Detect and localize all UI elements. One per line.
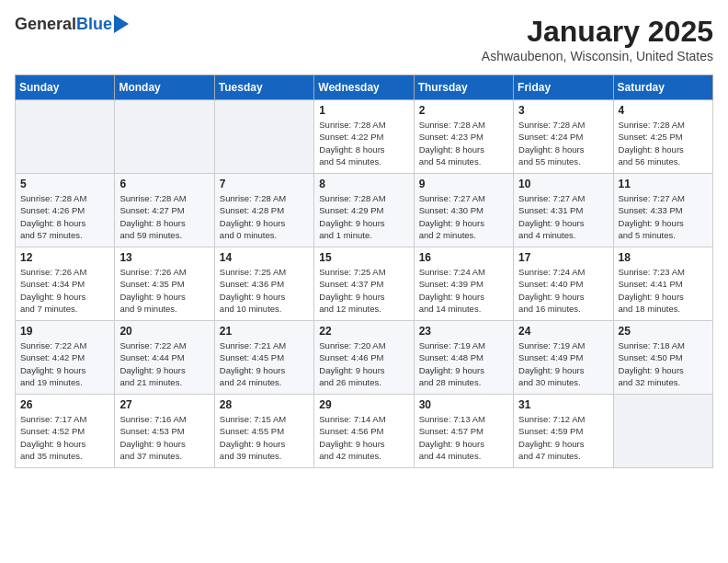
- day-info: Sunrise: 7:28 AM Sunset: 4:22 PM Dayligh…: [319, 119, 408, 167]
- day-number: 8: [319, 178, 408, 190]
- day-info: Sunrise: 7:25 AM Sunset: 4:37 PM Dayligh…: [319, 266, 408, 315]
- day-number: 25: [619, 325, 708, 338]
- day-info: Sunrise: 7:28 AM Sunset: 4:27 PM Dayligh…: [119, 192, 209, 241]
- calendar-table: SundayMondayTuesdayWednesdayThursdayFrid…: [15, 75, 713, 468]
- calendar-week-row: 19Sunrise: 7:22 AM Sunset: 4:42 PM Dayli…: [16, 321, 713, 395]
- day-of-week-header: Saturday: [613, 75, 712, 100]
- calendar-day-cell: 29Sunrise: 7:14 AM Sunset: 4:56 PM Dayli…: [314, 395, 414, 468]
- day-of-week-header: Monday: [115, 75, 214, 100]
- day-info: Sunrise: 7:28 AM Sunset: 4:29 PM Dayligh…: [319, 192, 408, 241]
- day-number: 20: [119, 325, 209, 338]
- calendar-day-cell: 31Sunrise: 7:12 AM Sunset: 4:59 PM Dayli…: [514, 395, 613, 468]
- calendar-week-row: 26Sunrise: 7:17 AM Sunset: 4:52 PM Dayli…: [16, 395, 713, 468]
- month-title: January 2025: [482, 15, 713, 49]
- day-number: 7: [220, 178, 309, 190]
- day-info: Sunrise: 7:12 AM Sunset: 4:59 PM Dayligh…: [518, 413, 608, 462]
- day-number: 3: [518, 104, 608, 117]
- calendar-day-cell: 22Sunrise: 7:20 AM Sunset: 4:46 PM Dayli…: [314, 321, 414, 395]
- calendar-day-cell: 2Sunrise: 7:28 AM Sunset: 4:23 PM Daylig…: [414, 100, 513, 174]
- calendar-day-cell: 27Sunrise: 7:16 AM Sunset: 4:53 PM Dayli…: [115, 395, 214, 468]
- calendar-week-row: 12Sunrise: 7:26 AM Sunset: 4:34 PM Dayli…: [16, 247, 713, 321]
- day-info: Sunrise: 7:25 AM Sunset: 4:36 PM Dayligh…: [220, 266, 309, 315]
- day-info: Sunrise: 7:14 AM Sunset: 4:56 PM Dayligh…: [319, 413, 408, 462]
- calendar-day-cell: 9Sunrise: 7:27 AM Sunset: 4:30 PM Daylig…: [414, 174, 513, 247]
- calendar-day-cell: 5Sunrise: 7:28 AM Sunset: 4:26 PM Daylig…: [16, 174, 115, 247]
- day-info: Sunrise: 7:28 AM Sunset: 4:25 PM Dayligh…: [619, 119, 708, 167]
- day-info: Sunrise: 7:28 AM Sunset: 4:23 PM Dayligh…: [419, 119, 508, 167]
- day-info: Sunrise: 7:16 AM Sunset: 4:53 PM Dayligh…: [119, 413, 209, 462]
- logo-arrow-icon: [114, 15, 129, 33]
- calendar-day-cell: 11Sunrise: 7:27 AM Sunset: 4:33 PM Dayli…: [613, 174, 712, 247]
- day-info: Sunrise: 7:26 AM Sunset: 4:34 PM Dayligh…: [20, 266, 109, 315]
- calendar-day-cell: 8Sunrise: 7:28 AM Sunset: 4:29 PM Daylig…: [314, 174, 414, 247]
- calendar-body: 1Sunrise: 7:28 AM Sunset: 4:22 PM Daylig…: [16, 100, 713, 468]
- day-info: Sunrise: 7:21 AM Sunset: 4:45 PM Dayligh…: [220, 339, 309, 388]
- calendar-week-row: 5Sunrise: 7:28 AM Sunset: 4:26 PM Daylig…: [16, 174, 713, 247]
- calendar-day-cell: 20Sunrise: 7:22 AM Sunset: 4:44 PM Dayli…: [115, 321, 214, 395]
- day-of-week-header: Thursday: [414, 75, 513, 100]
- calendar-day-cell: 21Sunrise: 7:21 AM Sunset: 4:45 PM Dayli…: [214, 321, 313, 395]
- day-number: 15: [319, 251, 408, 264]
- title-block: January 2025 Ashwaubenon, Wisconsin, Uni…: [482, 15, 713, 63]
- calendar-day-cell: 6Sunrise: 7:28 AM Sunset: 4:27 PM Daylig…: [115, 174, 214, 247]
- calendar-day-cell: 10Sunrise: 7:27 AM Sunset: 4:31 PM Dayli…: [514, 174, 613, 247]
- day-number: 10: [518, 178, 608, 190]
- day-info: Sunrise: 7:27 AM Sunset: 4:30 PM Dayligh…: [419, 192, 508, 241]
- day-info: Sunrise: 7:22 AM Sunset: 4:42 PM Dayligh…: [20, 339, 109, 388]
- day-of-week-header: Sunday: [16, 75, 115, 100]
- calendar-day-cell: 24Sunrise: 7:19 AM Sunset: 4:49 PM Dayli…: [514, 321, 613, 395]
- day-info: Sunrise: 7:24 AM Sunset: 4:39 PM Dayligh…: [419, 266, 508, 315]
- calendar-day-cell: 14Sunrise: 7:25 AM Sunset: 4:36 PM Dayli…: [214, 247, 313, 321]
- day-number: 17: [518, 251, 608, 264]
- day-info: Sunrise: 7:15 AM Sunset: 4:55 PM Dayligh…: [220, 413, 309, 462]
- day-number: 5: [20, 178, 109, 190]
- calendar-day-cell: [16, 100, 115, 174]
- day-info: Sunrise: 7:28 AM Sunset: 4:24 PM Dayligh…: [518, 119, 608, 167]
- logo-blue-text: Blue: [76, 15, 112, 34]
- calendar-day-cell: 16Sunrise: 7:24 AM Sunset: 4:39 PM Dayli…: [414, 247, 513, 321]
- calendar-week-row: 1Sunrise: 7:28 AM Sunset: 4:22 PM Daylig…: [16, 100, 713, 174]
- day-info: Sunrise: 7:18 AM Sunset: 4:50 PM Dayligh…: [619, 339, 708, 388]
- day-info: Sunrise: 7:27 AM Sunset: 4:33 PM Dayligh…: [619, 192, 708, 241]
- calendar-day-cell: 4Sunrise: 7:28 AM Sunset: 4:25 PM Daylig…: [613, 100, 712, 174]
- day-number: 28: [220, 398, 309, 411]
- day-info: Sunrise: 7:28 AM Sunset: 4:28 PM Dayligh…: [220, 192, 309, 241]
- calendar-day-cell: 12Sunrise: 7:26 AM Sunset: 4:34 PM Dayli…: [16, 247, 115, 321]
- day-number: 27: [119, 398, 209, 411]
- day-number: 23: [419, 325, 508, 338]
- day-info: Sunrise: 7:26 AM Sunset: 4:35 PM Dayligh…: [119, 266, 209, 315]
- day-info: Sunrise: 7:24 AM Sunset: 4:40 PM Dayligh…: [518, 266, 608, 315]
- day-info: Sunrise: 7:28 AM Sunset: 4:26 PM Dayligh…: [20, 192, 109, 241]
- calendar-header-row: SundayMondayTuesdayWednesdayThursdayFrid…: [16, 75, 713, 100]
- day-number: 2: [419, 104, 508, 117]
- calendar-day-cell: 30Sunrise: 7:13 AM Sunset: 4:57 PM Dayli…: [414, 395, 513, 468]
- location-subtitle: Ashwaubenon, Wisconsin, United States: [482, 49, 713, 63]
- calendar-day-cell: [214, 100, 313, 174]
- day-info: Sunrise: 7:23 AM Sunset: 4:41 PM Dayligh…: [619, 266, 708, 315]
- day-info: Sunrise: 7:13 AM Sunset: 4:57 PM Dayligh…: [419, 413, 508, 462]
- day-number: 30: [419, 398, 508, 411]
- day-info: Sunrise: 7:27 AM Sunset: 4:31 PM Dayligh…: [518, 192, 608, 241]
- calendar-day-cell: 23Sunrise: 7:19 AM Sunset: 4:48 PM Dayli…: [414, 321, 513, 395]
- day-info: Sunrise: 7:22 AM Sunset: 4:44 PM Dayligh…: [119, 339, 209, 388]
- day-number: 9: [419, 178, 508, 190]
- day-number: 31: [518, 398, 608, 411]
- day-number: 12: [20, 251, 109, 264]
- day-number: 1: [319, 104, 408, 117]
- day-number: 4: [619, 104, 708, 117]
- calendar-day-cell: 26Sunrise: 7:17 AM Sunset: 4:52 PM Dayli…: [16, 395, 115, 468]
- logo-general-text: General: [15, 15, 76, 34]
- day-number: 11: [619, 178, 708, 190]
- calendar-day-cell: 13Sunrise: 7:26 AM Sunset: 4:35 PM Dayli…: [115, 247, 214, 321]
- day-number: 14: [220, 251, 309, 264]
- day-of-week-header: Wednesday: [314, 75, 414, 100]
- day-number: 19: [20, 325, 109, 338]
- day-info: Sunrise: 7:19 AM Sunset: 4:49 PM Dayligh…: [518, 339, 608, 388]
- day-of-week-header: Friday: [514, 75, 613, 100]
- day-number: 13: [119, 251, 209, 264]
- day-number: 6: [119, 178, 209, 190]
- calendar-day-cell: 7Sunrise: 7:28 AM Sunset: 4:28 PM Daylig…: [214, 174, 313, 247]
- day-number: 21: [220, 325, 309, 338]
- calendar-day-cell: 3Sunrise: 7:28 AM Sunset: 4:24 PM Daylig…: [514, 100, 613, 174]
- calendar-day-cell: 1Sunrise: 7:28 AM Sunset: 4:22 PM Daylig…: [314, 100, 414, 174]
